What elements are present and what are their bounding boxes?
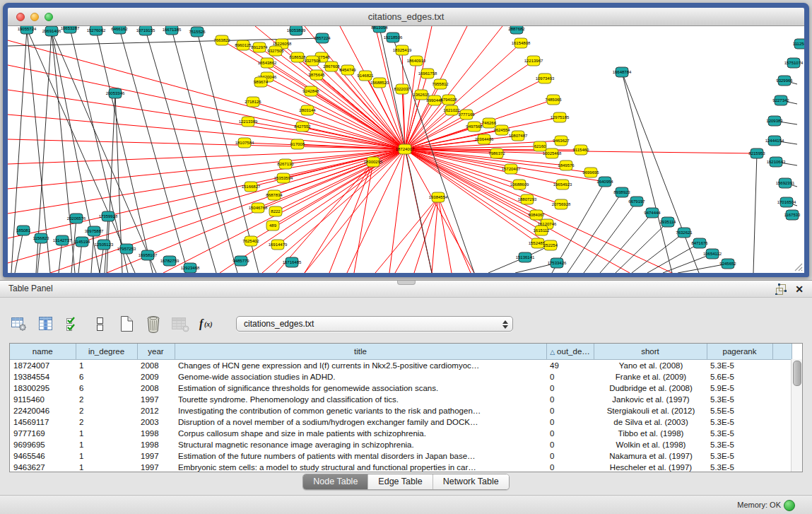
network-node[interactable]: 62160 [534, 141, 546, 151]
network-node[interactable]: 15751074 [784, 58, 804, 68]
table-cell[interactable]: 9699695 [10, 439, 76, 450]
table-cell[interactable]: 22420046 [10, 405, 76, 416]
network-node[interactable]: 6679197 [628, 197, 645, 206]
float-panel-icon[interactable] [775, 283, 787, 295]
column-header-short[interactable]: short [594, 344, 707, 360]
network-node[interactable]: 12444154 [765, 136, 784, 146]
table-row[interactable]: 911546021997Tourette syndrome. Phenomeno… [10, 394, 792, 405]
network-node[interactable]: 8813054 [371, 26, 388, 33]
table-cell[interactable]: 1997 [137, 450, 175, 462]
table-cell[interactable]: 5.3E-5 [707, 428, 772, 439]
network-node[interactable]: 15046768 [249, 203, 268, 213]
table-cell[interactable]: Tourette syndrome. Phenomenology and cla… [175, 394, 546, 405]
table-cell[interactable]: 18724007 [10, 360, 76, 372]
table-cell[interactable]: 0 [546, 428, 594, 439]
table-cell[interactable]: 0 [546, 394, 594, 405]
table-cell[interactable]: Nakamura et al. (1997) [594, 450, 707, 462]
table-cell[interactable]: 1997 [137, 394, 175, 405]
column-header-year[interactable]: year [137, 344, 175, 360]
network-node[interactable]: 8322037 [394, 84, 411, 94]
table-cell[interactable]: 1 [76, 439, 137, 450]
show-column-button[interactable] [37, 315, 55, 333]
table-cell[interactable]: 0 [546, 371, 594, 382]
table-cell[interactable]: 14569117 [10, 416, 76, 428]
network-node[interactable]: 8912974 [251, 42, 268, 52]
delete-table-button[interactable] [171, 315, 189, 333]
network-node[interactable]: 17957253 [117, 244, 136, 254]
network-node[interactable]: 15692391 [776, 178, 795, 188]
network-node[interactable]: 30975887 [85, 226, 104, 236]
network-node[interactable]: 9242848 [302, 86, 319, 96]
network-node[interactable]: 9327508 [304, 56, 321, 66]
network-node[interactable]: 2718126 [245, 97, 261, 107]
network-node[interactable]: 10719155 [136, 26, 155, 35]
network-node[interactable]: 9497568 [466, 122, 483, 132]
network-node[interactable]: 8938923 [613, 187, 630, 197]
table-cell[interactable]: Estimation of the future numbers of pati… [175, 450, 546, 462]
table-cell[interactable]: 1998 [137, 439, 175, 450]
table-cell[interactable]: de Silva et al. (2003) [594, 416, 707, 428]
table-cell[interactable]: Estimation of significance thresholds fo… [175, 382, 546, 394]
network-node[interactable]: 15688520 [370, 78, 389, 88]
function-builder-button[interactable]: f (x) [198, 315, 216, 333]
network-node[interactable]: 12213967 [524, 56, 543, 66]
network-node[interactable]: 9777169 [458, 110, 475, 119]
table-row[interactable]: 946362711997Embryonic stem cells: a mode… [10, 462, 792, 472]
new-document-button[interactable] [117, 315, 136, 333]
table-cell[interactable]: 1998 [137, 428, 175, 439]
table-cell[interactable]: 2009 [137, 371, 175, 382]
table-cell[interactable]: 0 [546, 439, 594, 450]
network-node[interactable]: 7632621 [676, 228, 693, 238]
table-cell[interactable]: 49 [546, 360, 594, 372]
select-columns-button[interactable] [64, 315, 82, 333]
network-node[interactable]: 19218506 [384, 33, 403, 42]
network-node[interactable]: 7986372 [488, 148, 505, 158]
table-selector-dropdown[interactable]: citations_edges.txt [236, 316, 513, 332]
network-node[interactable]: 19055724 [18, 26, 37, 34]
column-header-pagerank[interactable]: pagerank [707, 344, 772, 360]
network-node[interactable]: 9084067 [528, 210, 545, 220]
table-cell[interactable]: 2008 [137, 382, 175, 394]
table-row[interactable]: 946554611997Estimation of the future num… [10, 450, 792, 462]
table-row[interactable]: 1456911722003Disruption of a novel membe… [10, 416, 792, 428]
table-cell[interactable]: 5.3E-5 [707, 394, 772, 405]
network-node[interactable]: 9227342 [772, 95, 789, 105]
network-node[interactable]: 9474444 [644, 208, 661, 218]
column-header-name[interactable]: name [10, 344, 76, 360]
tab-edge-table[interactable]: Edge Table [367, 474, 432, 489]
table-cell[interactable]: Disruption of a novel member of a sodium… [175, 416, 546, 428]
table-cell[interactable]: 2 [76, 394, 137, 405]
network-node[interactable]: 1615112 [534, 226, 551, 235]
network-node[interactable]: 1167533 [784, 210, 801, 220]
table-cell[interactable]: 5.3E-5 [707, 416, 772, 428]
network-node[interactable]: 18325419 [393, 45, 412, 55]
column-header-in_degree[interactable]: in_degree [76, 344, 137, 360]
table-row[interactable]: 1938455462009Genome-wide association stu… [10, 371, 792, 382]
network-node[interactable]: 8427552 [294, 122, 311, 132]
network-node[interactable]: 3875645 [308, 70, 325, 80]
table-cell[interactable]: Structural magnetic resonance image aver… [175, 439, 546, 450]
network-node[interactable]: 9146821 [357, 71, 374, 81]
table-cell[interactable]: 19384554 [10, 371, 76, 382]
network-node[interactable]: 7663822 [213, 35, 230, 45]
table-cell[interactable]: Tibbo et al. (1998) [594, 428, 707, 439]
network-node[interactable]: 10807487 [509, 131, 528, 141]
column-header-out_de[interactable]: △out_de… [546, 344, 594, 360]
network-node[interactable]: 8215953 [748, 148, 765, 158]
network-node[interactable]: 16914479 [269, 240, 288, 250]
panel-splitter-handle[interactable] [397, 281, 416, 285]
network-node[interactable]: 2867608 [323, 62, 340, 71]
table-cell[interactable]: 5.9E-5 [707, 382, 772, 394]
table-cell[interactable]: Investigating the contribution of common… [175, 405, 546, 416]
table-cell[interactable]: 0 [546, 382, 594, 394]
network-node[interactable]: 20053346 [106, 88, 125, 98]
network-node[interactable]: 20756928 [552, 199, 571, 209]
table-cell[interactable]: 6 [76, 371, 137, 382]
network-node[interactable]: 16648784 [613, 67, 632, 77]
network-node[interactable]: 8960125 [235, 40, 252, 50]
network-node[interactable]: 19654923 [553, 180, 572, 189]
table-cell[interactable]: 1 [76, 462, 137, 472]
table-cell[interactable]: 5.6E-5 [707, 371, 772, 382]
table-cell[interactable]: 1 [76, 450, 137, 462]
table-cell[interactable]: 9463627 [10, 462, 76, 472]
